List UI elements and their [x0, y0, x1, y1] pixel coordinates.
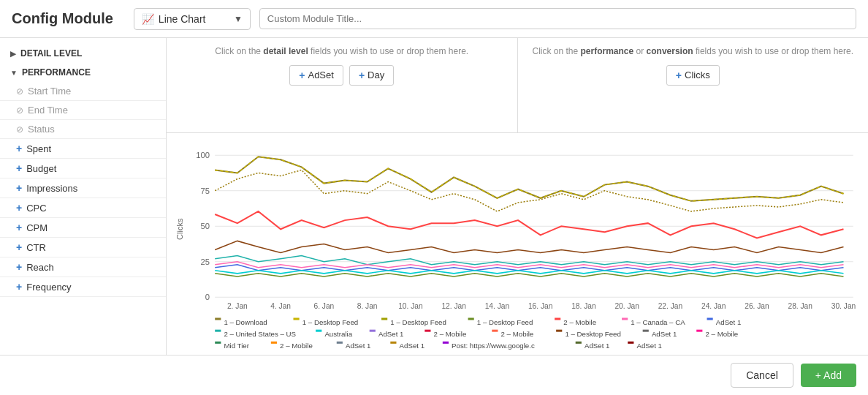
sidebar-item-budget[interactable]: + Budget — [0, 159, 166, 178]
plus-icon: + — [359, 69, 365, 81]
sidebar-item-reach[interactable]: + Reach — [0, 257, 166, 277]
sidebar-item-label: Spent — [26, 143, 51, 154]
svg-text:1 – Desktop Feed: 1 – Desktop Feed — [302, 318, 359, 326]
sidebar-section-performance[interactable]: ▼ PERFORMANCE — [0, 63, 166, 82]
sidebar-section-label: PERFORMANCE — [22, 67, 91, 78]
svg-text:100: 100 — [196, 151, 210, 159]
tag-adset[interactable]: + AdSet — [289, 65, 343, 86]
tag-label: Day — [368, 69, 384, 80]
sidebar-item-ctr[interactable]: + CTR — [0, 238, 166, 257]
sidebar-item-label: Status — [28, 124, 55, 135]
svg-text:4. Jan: 4. Jan — [270, 302, 291, 310]
sidebar-item-frequency[interactable]: + Frequency — [0, 277, 166, 297]
svg-text:AdSet 1: AdSet 1 — [652, 330, 677, 338]
svg-rect-55 — [696, 330, 702, 332]
plus-icon: + — [16, 222, 22, 233]
svg-text:2 – Mobile: 2 – Mobile — [434, 330, 467, 338]
svg-rect-39 — [707, 317, 713, 320]
plus-icon: + — [16, 162, 22, 174]
sidebar-item-label: Frequency — [26, 282, 71, 293]
svg-text:2 – United States – US: 2 – United States – US — [224, 330, 296, 338]
plus-icon: + — [16, 143, 22, 154]
svg-rect-35 — [555, 317, 560, 320]
svg-text:0: 0 — [205, 293, 210, 301]
add-button[interactable]: + Add — [801, 364, 856, 387]
svg-text:20. Jan: 20. Jan — [614, 302, 639, 310]
tag-label: Clicks — [685, 69, 710, 80]
svg-text:26. Jan: 26. Jan — [745, 302, 769, 310]
plus-icon: + — [676, 69, 682, 81]
sidebar-item-start-time[interactable]: ⊘ Start Time — [0, 82, 166, 101]
sidebar-item-label: End Time — [28, 105, 68, 116]
svg-text:24. Jan: 24. Jan — [701, 302, 726, 310]
sidebar-item-label: Reach — [26, 262, 54, 273]
sidebar-item-label: CPC — [26, 203, 46, 214]
sidebar-item-impressions[interactable]: + Impressions — [0, 178, 166, 198]
plus-icon: + — [16, 281, 22, 293]
sidebar-section-detail-level[interactable]: ▶ DETAIL LEVEL — [0, 44, 166, 63]
svg-text:2 – Mobile: 2 – Mobile — [563, 318, 596, 326]
svg-rect-59 — [271, 342, 277, 344]
svg-text:AdSet 1: AdSet 1 — [346, 342, 371, 350]
svg-rect-61 — [337, 342, 343, 344]
svg-rect-29 — [293, 317, 299, 320]
svg-text:AdSet 1: AdSet 1 — [585, 342, 610, 350]
tag-clicks[interactable]: + Clicks — [666, 65, 720, 86]
svg-rect-67 — [576, 342, 582, 344]
svg-text:AdSet 1: AdSet 1 — [378, 330, 404, 338]
svg-rect-45 — [370, 330, 376, 332]
drop-zone-hint-right: Click on the performance or conversion f… — [532, 45, 853, 58]
svg-text:18. Jan: 18. Jan — [571, 302, 596, 310]
svg-text:Post: https://www.google.c: Post: https://www.google.c — [452, 342, 535, 350]
svg-rect-37 — [622, 317, 628, 320]
sidebar-section-label: DETAIL LEVEL — [20, 48, 82, 59]
sidebar-item-end-time[interactable]: ⊘ End Time — [0, 101, 166, 120]
svg-rect-53 — [643, 330, 649, 332]
check-icon: ⊘ — [16, 86, 23, 97]
sidebar-item-label: Start Time — [28, 86, 71, 97]
svg-rect-41 — [215, 330, 221, 332]
svg-rect-63 — [390, 342, 396, 344]
line-chart-icon: 📈 — [142, 13, 154, 25]
svg-rect-47 — [425, 330, 430, 332]
chart-type-label: Line Chart — [159, 13, 229, 25]
sidebar-item-cpm[interactable]: + CPM — [0, 218, 166, 238]
sidebar-item-cpc[interactable]: + CPC — [0, 198, 166, 218]
drop-zone-hint-left: Click on the detail level fields you wis… — [215, 45, 468, 58]
cancel-button[interactable]: Cancel — [731, 363, 793, 388]
svg-text:25: 25 — [201, 257, 210, 266]
expand-arrow-icon: ▼ — [10, 69, 18, 77]
detail-level-drop-zone[interactable]: Click on the detail level fields you wis… — [167, 38, 518, 132]
svg-text:6. Jan: 6. Jan — [313, 302, 334, 310]
plus-icon: + — [299, 69, 305, 81]
svg-rect-51 — [556, 330, 562, 332]
sidebar-item-label: CTR — [26, 242, 46, 253]
svg-text:1 – Canada – CA: 1 – Canada – CA — [631, 318, 685, 326]
performance-drop-zone[interactable]: Click on the performance or conversion f… — [518, 38, 869, 132]
sidebar-item-status[interactable]: ⊘ Status — [0, 120, 166, 139]
chevron-down-icon: ▼ — [234, 14, 243, 24]
page-title: Config Module — [12, 10, 113, 27]
custom-title-input[interactable] — [259, 8, 856, 29]
svg-text:AdSet 1: AdSet 1 — [716, 318, 742, 326]
tag-day[interactable]: + Day — [349, 65, 394, 86]
svg-rect-49 — [492, 330, 498, 332]
svg-rect-69 — [628, 342, 633, 344]
plus-icon: + — [16, 202, 22, 214]
svg-text:30. Jan: 30. Jan — [831, 302, 856, 310]
chart-area: 100 75 50 25 0 Clicks 2. Jan 4. Jan 6. J… — [167, 133, 868, 355]
svg-text:Clicks: Clicks — [175, 218, 184, 240]
svg-text:2 – Mobile: 2 – Mobile — [280, 342, 313, 350]
svg-text:10. Jan: 10. Jan — [398, 302, 423, 310]
svg-rect-57 — [215, 342, 221, 344]
plus-icon: + — [16, 182, 22, 194]
svg-text:Mid Tier: Mid Tier — [224, 342, 249, 350]
sidebar-item-spent[interactable]: + Spent — [0, 139, 166, 159]
svg-text:16. Jan: 16. Jan — [528, 302, 553, 310]
svg-text:AdSet 1: AdSet 1 — [636, 342, 662, 350]
chart-type-dropdown[interactable]: 📈 Line Chart ▼ — [134, 8, 251, 30]
svg-text:8. Jan: 8. Jan — [357, 302, 378, 310]
svg-text:75: 75 — [201, 187, 210, 195]
tag-label: AdSet — [308, 69, 333, 80]
svg-text:1 – Desktop Feed: 1 – Desktop Feed — [390, 318, 446, 326]
